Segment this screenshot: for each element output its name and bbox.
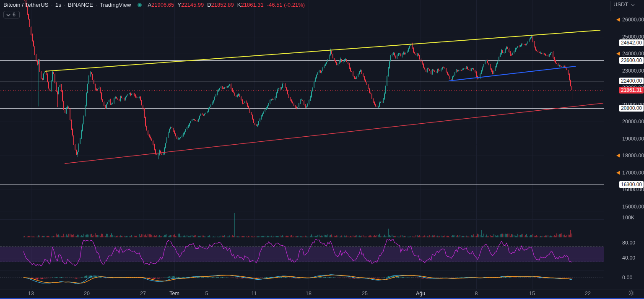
settings-gear-icon[interactable] xyxy=(628,290,634,298)
tradingview-chart-window: Bitcoin / TetherUS · 1s · BINANCE · Trad… xyxy=(0,0,644,299)
close-value: 21861.31 xyxy=(241,1,264,9)
indicators-collapse-toggle[interactable]: 6 xyxy=(3,11,20,18)
open-value: 21906.65 xyxy=(151,1,174,9)
open-label: A xyxy=(148,1,151,9)
price-tick-label: 24000.00 xyxy=(622,51,644,57)
chevron-down-icon xyxy=(631,1,635,8)
time-tick-label: Tem xyxy=(169,291,179,296)
price-tick-label: 17000.00 xyxy=(622,170,644,176)
price-alert-icon[interactable] xyxy=(616,18,620,22)
separator-dot: · xyxy=(51,1,53,9)
time-tick-label: 18 xyxy=(306,291,312,296)
level-price-label: 24642.00 xyxy=(619,39,644,46)
price-alert-icon[interactable] xyxy=(616,153,620,158)
time-tick-label: 20 xyxy=(84,291,90,296)
high-value: 22145.99 xyxy=(181,1,204,9)
time-tick-label: 25 xyxy=(362,291,368,296)
level-price-label: 16300.00 xyxy=(619,181,644,188)
change-value: -46.51 (-0.21%) xyxy=(267,1,305,9)
low-label: D xyxy=(207,1,211,9)
indicator-tick-label: 80.00 xyxy=(622,240,635,246)
market-status-dot[interactable] xyxy=(138,3,142,7)
platform-label[interactable]: TradingView xyxy=(100,1,131,9)
symbol-row: Bitcoin / TetherUS · 1s · BINANCE · Trad… xyxy=(3,1,305,9)
time-tick-label: 22 xyxy=(585,291,591,296)
level-price-label: 20800.00 xyxy=(619,105,644,112)
low-value: 21852.89 xyxy=(211,1,234,9)
close-label: K xyxy=(237,1,241,9)
indicator-count: 6 xyxy=(13,12,16,18)
axis-separator xyxy=(610,1,610,11)
price-chart-canvas[interactable] xyxy=(0,0,644,299)
price-tick-label: 25000.00 xyxy=(622,34,644,40)
time-tick-label: 15 xyxy=(529,291,535,296)
price-tick-label: 19000.00 xyxy=(622,136,644,142)
price-tick-label: 20000.00 xyxy=(622,119,644,125)
interval-label[interactable]: 1s xyxy=(55,1,61,9)
currency-label: USDT xyxy=(613,1,628,8)
exchange-label[interactable]: BINANCE xyxy=(68,1,93,9)
price-alert-icon[interactable] xyxy=(616,52,620,56)
chart-legend: Bitcoin / TetherUS · 1s · BINANCE · Trad… xyxy=(3,1,305,18)
time-tick-label: 5 xyxy=(205,291,208,296)
chevron-down-icon xyxy=(6,12,10,18)
high-label: Y xyxy=(177,1,181,9)
ohlc-values: A21906.65 Y22145.99 D21852.89 K21861.31 … xyxy=(148,1,305,9)
separator-dot: · xyxy=(64,1,65,9)
price-axis-currency-menu[interactable]: USDT xyxy=(613,1,635,8)
time-tick-label: 13 xyxy=(28,291,34,296)
price-tick-label: 18000.00 xyxy=(622,153,644,159)
price-tick-label: 26000.00 xyxy=(622,17,644,23)
price-alert-icon[interactable] xyxy=(616,171,620,175)
time-tick-label: 27 xyxy=(140,291,146,296)
indicator-tick-label: 0.00 xyxy=(622,275,632,281)
level-price-label: 23600.00 xyxy=(619,57,644,64)
time-tick-label: 11 xyxy=(252,291,257,296)
level-price-label: 22400.00 xyxy=(619,78,644,84)
time-tick-label: Ağu xyxy=(416,291,425,296)
price-tick-label: 23000.00 xyxy=(622,68,644,74)
price-tick-label: 15000.00 xyxy=(622,204,644,210)
last-price-label: 21861.31 xyxy=(619,87,644,94)
indicator-tick-label: 100K xyxy=(622,215,634,221)
separator-dot: · xyxy=(96,1,97,9)
time-tick-label: 8 xyxy=(475,291,478,296)
symbol-title[interactable]: Bitcoin / TetherUS xyxy=(3,1,49,9)
indicator-tick-label: 40.00 xyxy=(622,255,635,261)
